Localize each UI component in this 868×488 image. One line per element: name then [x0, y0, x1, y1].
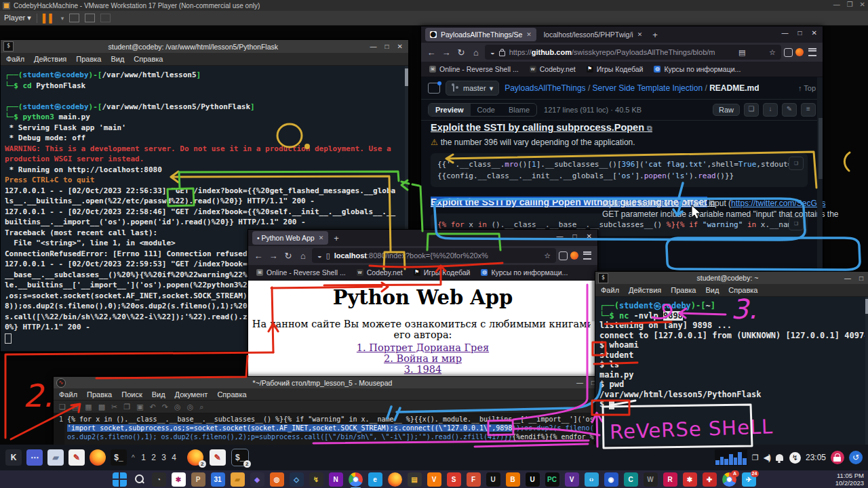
slack-icon[interactable]: ✱	[172, 472, 186, 487]
app-grid-icon[interactable]: ⋯	[26, 449, 43, 466]
telegram-icon[interactable]: ✈24	[742, 472, 756, 487]
bookmark-item[interactable]: wCodeby.net	[530, 65, 576, 73]
terminal-icon[interactable]: $_	[111, 449, 127, 466]
hamburger-menu-icon[interactable]	[808, 48, 816, 56]
menu-item[interactable]: Вид	[705, 286, 719, 294]
toolbar-icon[interactable]: ◎	[187, 403, 194, 411]
toolbar-icon[interactable]: ▣	[136, 403, 143, 411]
extension-icon[interactable]	[570, 251, 578, 260]
url-bar[interactable]: ◒ https://github.com/swisskyrepo/Payload…	[485, 45, 781, 60]
back-button[interactable]: ←	[252, 251, 264, 261]
menu-item[interactable]: Действия	[34, 55, 66, 63]
pause-dropdown[interactable]: ▾	[61, 15, 64, 22]
calendar-icon[interactable]: 31	[211, 472, 225, 487]
reload-button[interactable]: ↻	[455, 47, 467, 58]
book-link[interactable]: 2. Война и мир	[248, 353, 597, 364]
view-tab-blame[interactable]: Blame	[502, 104, 536, 116]
view-tab-code[interactable]: Code	[471, 104, 502, 116]
back-button[interactable]: ←	[425, 47, 437, 58]
bookmark-item[interactable]: ⚑Игры Кодебай	[587, 65, 644, 73]
onenote-icon[interactable]: N	[329, 472, 343, 487]
minimize-button[interactable]: —	[576, 379, 583, 386]
file-manager-icon[interactable]: ▰	[47, 449, 64, 466]
volume-icon[interactable]: ◀)	[764, 453, 770, 462]
reload-button[interactable]: ↻	[282, 251, 294, 261]
vm-maximize-button[interactable]: ❐	[847, 1, 853, 8]
chrome-icon[interactable]	[349, 472, 363, 487]
toolbar-icon[interactable]: ❐	[123, 403, 130, 411]
edit-icon[interactable]: ✎	[782, 103, 797, 117]
bookmark-star-icon[interactable]: ☆	[769, 48, 776, 57]
bookmark-item[interactable]: wCodeby.net	[357, 268, 403, 277]
section-heading-subprocess-popen[interactable]: Exploit the SSTI by calling subprocess.P…	[431, 122, 808, 133]
close-tab-icon[interactable]: ✕	[637, 31, 643, 38]
extension-icon[interactable]	[795, 48, 804, 56]
menu-item[interactable]: Файл	[59, 390, 77, 399]
bookmark-item[interactable]: ◍Курсы по информаци...	[481, 268, 568, 277]
explorer-icon[interactable]: ▰	[231, 472, 245, 487]
player-menu[interactable]: Player ▾	[4, 14, 31, 22]
nc-terminal-body[interactable]: ┌──(student㉿codeby)-[~]└─$ nc -nvlp 9898…	[595, 297, 868, 445]
home-button[interactable]: ⌂	[297, 251, 309, 261]
unreal-icon[interactable]: U	[526, 472, 540, 487]
viewer-3d-icon[interactable]: ◇	[290, 472, 304, 487]
maps-pin-icon[interactable]: ◉	[604, 472, 618, 487]
tracking-shield-icon[interactable]: ◒	[490, 48, 495, 56]
workspace-number[interactable]: 2	[150, 453, 158, 462]
blender-icon[interactable]: B	[506, 472, 520, 487]
new-tab-button[interactable]: +	[652, 30, 658, 40]
pocket-icon[interactable]	[559, 251, 568, 260]
visualstudio-icon[interactable]: V	[565, 472, 579, 487]
nc-terminal-titlebar[interactable]: $ student@codeby: ~ —□	[595, 272, 868, 284]
menu-item[interactable]: Файл	[601, 286, 619, 294]
vm-clock[interactable]: 23:05	[806, 453, 826, 462]
mousepad-icon[interactable]: ✎	[68, 449, 85, 466]
firefox-icon[interactable]	[388, 472, 402, 487]
bookmark-item[interactable]: ⚑Игры Кодебай	[414, 268, 471, 277]
copy-icon[interactable]: ❏	[744, 103, 759, 117]
minimize-button[interactable]: —	[370, 43, 377, 50]
close-tab-icon[interactable]: ✕	[319, 235, 324, 241]
tracking-shield-icon[interactable]: ◒	[317, 251, 322, 260]
gauge-app-icon[interactable]: ◔	[152, 472, 166, 487]
code-block-subprocess[interactable]: ❏{{''.__class__.mro()[1].__subclasses__(…	[431, 153, 808, 187]
close-tab-icon[interactable]: ✕	[526, 31, 532, 38]
outline-icon[interactable]: ≡	[801, 103, 816, 117]
url-bar[interactable]: ◒ ▯ localhost:8080/index?book={%%20for%2…	[312, 248, 556, 263]
chart-app-icon[interactable]: ▤	[408, 472, 422, 487]
rider-icon[interactable]: R	[663, 472, 677, 487]
search-icon[interactable]	[132, 472, 146, 487]
maximize-button[interactable]: □	[385, 43, 389, 50]
screen-lock-icon[interactable]	[831, 451, 844, 464]
toolbar-icon[interactable]: ✂	[111, 403, 117, 411]
chrome-profile-icon[interactable]: A	[722, 472, 736, 487]
hamburger-menu-icon[interactable]	[583, 251, 591, 260]
tab-localhost-phptwig[interactable]: localhost/lesson5/PHPTwig/i✕	[539, 28, 647, 41]
view-tab-preview[interactable]: Preview	[429, 104, 471, 116]
send-ctrl-alt-del-icon[interactable]	[69, 14, 79, 22]
toolbar-icon[interactable]: ◎	[174, 403, 181, 411]
tab-python-web-app[interactable]: • Python Web App✕	[252, 231, 328, 245]
maximize-button[interactable]: □	[798, 29, 802, 37]
toolbar-icon[interactable]: ⌕	[199, 403, 203, 411]
mousepad-running-icon[interactable]: ✎	[210, 449, 226, 466]
power-manager-icon[interactable]: ↯	[789, 452, 801, 464]
s-red-app-icon[interactable]: S	[447, 472, 461, 487]
raw-button[interactable]: Raw	[713, 104, 740, 116]
maximize-button[interactable]: □	[859, 274, 863, 282]
copy-code-icon[interactable]: ❏	[789, 157, 804, 170]
back-to-top-link[interactable]: ↑ Top	[798, 84, 816, 92]
workspace-number[interactable]: 1	[140, 453, 148, 462]
reader-mode-icon[interactable]: ▤	[738, 48, 745, 57]
flask-terminal-titlebar[interactable]: $ student@codeby: /var/www/html/lesson5/…	[1, 40, 408, 53]
close-button[interactable]: ✕	[812, 29, 817, 37]
breadcrumb-repo[interactable]: PayloadsAllTheThings	[505, 83, 585, 93]
pocket-icon[interactable]	[784, 48, 793, 57]
home-button[interactable]: ⌂	[470, 47, 482, 58]
minimize-button[interactable]: —	[844, 274, 851, 282]
carrot-app-icon[interactable]: V	[427, 472, 441, 487]
camtasia-icon[interactable]: C	[624, 472, 638, 487]
vm-close-button[interactable]: ✕	[860, 1, 865, 8]
menu-item[interactable]: Правка	[671, 286, 696, 294]
f-red-app-icon[interactable]: F	[467, 472, 481, 487]
